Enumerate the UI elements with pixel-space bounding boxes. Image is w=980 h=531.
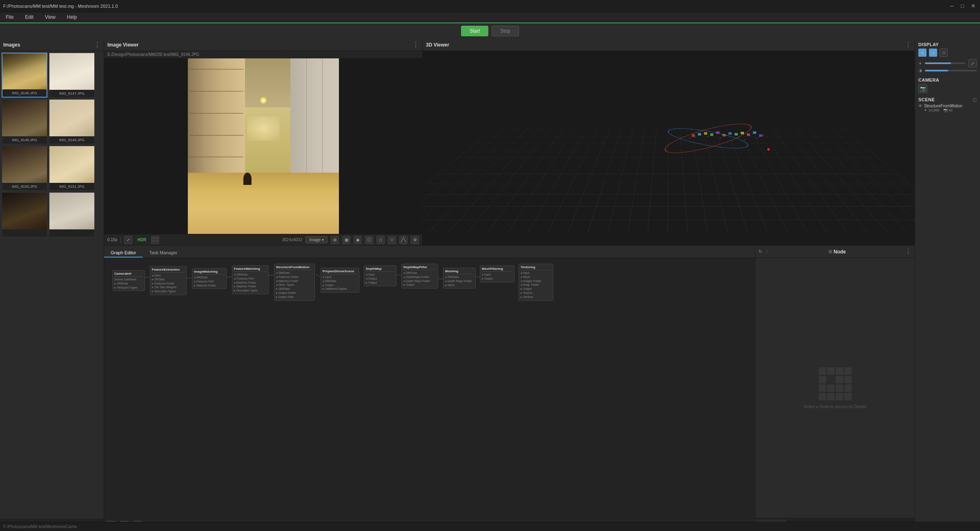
sliders-container: ☀ ⤢ ◑ — [918, 59, 977, 73]
slider1-expand-button[interactable]: ⤢ — [969, 59, 977, 67]
camera-capture-button[interactable]: 📷 — [918, 84, 927, 93]
node-fe-out4: ▸ Descriptor Types — [152, 289, 185, 293]
node-texturing[interactable]: Texturing ◂ Input ◂ Mesh ◂ Images Folder… — [519, 264, 553, 301]
svg-point-24 — [763, 135, 764, 136]
tab-task-manager[interactable]: Task Manager — [143, 249, 184, 258]
node-tex-title: Texturing — [521, 265, 551, 270]
node-panel-menu-button[interactable]: ⋮ — [905, 248, 911, 256]
fullscreen-button[interactable]: ⛶ — [151, 236, 159, 244]
settings-button[interactable]: ⚙ — [411, 236, 419, 244]
node-panel-header: ↻ ⋮ ⊞ Node ⋮ — [755, 246, 915, 258]
node-fm-out2: ▸ Descriptor Types — [234, 289, 267, 293]
image-viewer-menu-button[interactable]: ⋮ — [412, 41, 419, 49]
node-dmf-in2: ◂ DepthMaps Folder — [403, 275, 436, 279]
menu-view[interactable]: View — [42, 13, 58, 21]
node-tex-in2: ◂ Mesh — [521, 275, 551, 279]
display-grid-button[interactable]: ⊞ — [918, 49, 927, 57]
node-meshing[interactable]: Meshing ◂ SfMData ◂ Depth Maps Folder ▸ … — [443, 268, 476, 289]
fit-view-button[interactable]: ⤢ — [124, 236, 132, 244]
menu-edit[interactable]: Edit — [22, 13, 36, 21]
grid-button[interactable]: ⊞ — [331, 236, 339, 244]
np-cell-12 — [844, 384, 852, 392]
thumb-img-3 — [2, 100, 47, 136]
svg-rect-0 — [692, 134, 695, 137]
image-thumb-2[interactable]: IMG_8147.JPG — [49, 53, 95, 98]
histogram-button[interactable]: ▦ — [342, 236, 350, 244]
viewer-3d-canvas[interactable] — [423, 51, 915, 245]
image-thumb-4[interactable]: IMG_8149.JPG — [49, 99, 95, 144]
np-cell-15 — [836, 393, 843, 400]
images-panel: Images ⋮ IMG_8146.JPG — [0, 39, 104, 530]
image-viewer-canvas[interactable] — [104, 58, 422, 234]
image-thumb-7[interactable] — [2, 192, 47, 237]
image-thumb-3[interactable]: IMG_8148.JPG — [2, 99, 47, 144]
image-thumb-6[interactable]: IMG_8151.JPG — [49, 146, 95, 191]
node-depthmapfilter[interactable]: DepthMapFilter ◂ SfMData ◂ DepthMaps Fol… — [401, 264, 438, 289]
node-title-row: ⊞ Node — [829, 249, 846, 255]
node-placeholder-grid — [819, 367, 852, 400]
node-meshfiltering[interactable]: MeshFiltering ◂ Input ▸ Output — [480, 265, 514, 282]
node-fe-in: ◂ Input — [152, 273, 185, 278]
thumb-img-7 — [2, 193, 47, 229]
node-depthmap[interactable]: DepthMap ◂ Input ◂ Output ▸ Output — [364, 265, 396, 286]
node-panel-dots-button[interactable]: ⋮ — [765, 249, 769, 254]
grid-icon: ⊞ — [829, 249, 832, 254]
scene-info-icon[interactable]: ⓘ — [973, 98, 977, 103]
viewer-3d: 3D Viewer ⋮ — [423, 39, 915, 245]
start-button[interactable]: Start — [461, 26, 488, 36]
node-panel-title: Node — [834, 249, 846, 255]
viewer-3d-menu-button[interactable]: ⋮ — [905, 41, 911, 49]
svg-rect-7 — [735, 133, 738, 136]
display-camera-button[interactable]: ◎ — [929, 49, 937, 57]
image-thumb-5[interactable]: IMG_8150.JPG — [2, 146, 47, 191]
svg-rect-4 — [716, 131, 719, 134]
node-fe-out1: ▸ DPData — [152, 278, 185, 282]
graph-canvas[interactable]: CameraInit Sensor Database ▸ SfMData ▸ V… — [104, 258, 755, 519]
minimize-button[interactable]: ─ — [948, 2, 956, 10]
menu-help[interactable]: Help — [65, 13, 80, 21]
image-thumb-8[interactable] — [49, 192, 95, 237]
info-button[interactable]: ⓘ — [365, 236, 373, 244]
refresh-icon[interactable]: ↻ — [759, 249, 762, 254]
svg-point-13 — [695, 137, 695, 138]
overlay-button[interactable]: ╱╲ — [399, 236, 408, 244]
image-type-selector[interactable]: Image ▾ — [305, 236, 327, 243]
svg-rect-9 — [747, 133, 750, 136]
slider-1-track[interactable] — [925, 62, 965, 64]
vanishing-glow — [247, 116, 280, 141]
node-mesh-in2: ◂ Depth Maps Folder — [445, 279, 474, 283]
node-featurematching[interactable]: FeatureMatching ◂ SfMData ◂ Features Fil… — [232, 265, 269, 294]
stop-button[interactable]: Stop — [492, 26, 519, 36]
menu-file[interactable]: File — [3, 13, 16, 21]
node-fe-out2: ▸ Features Folder — [152, 282, 185, 286]
slider-row-2: ◑ — [918, 68, 977, 73]
image-viewer: Image Viewer ⋮ E:/Design/Photoscans/MM20… — [104, 39, 423, 245]
node-dmf-in3: ◂ Depth Maps Folder — [403, 279, 436, 283]
node-imagematching[interactable]: ImageMatching ◂ SfMData ◂ Features File*… — [192, 268, 227, 289]
node-fm-in1: ◂ SfMData — [234, 273, 267, 277]
toolbar-sep-1 — [120, 237, 121, 243]
node-featureextraction[interactable]: FeatureExtraction ◂ Input ▸ DPData ▸ Fea… — [150, 266, 187, 295]
crop-button[interactable]: ◻ — [376, 236, 385, 244]
node-mesh-title: Meshing — [445, 269, 474, 274]
node-structurefromotion[interactable]: StructureFromMotion ◂ SfMData ◂ Features… — [274, 264, 315, 301]
tab-graph-editor[interactable]: Graph Editor — [104, 249, 143, 258]
node-placeholder-text: Select a Node to access its Details — [804, 404, 866, 409]
light-fixture — [260, 97, 267, 104]
globe-button[interactable]: ◉ — [354, 236, 362, 244]
images-panel-title: Images — [3, 42, 20, 48]
scene-eye-icon[interactable]: 👁 — [918, 104, 922, 108]
node-preparedense[interactable]: PrepareDenseScene ◂ Input ◂ SfMData ▸ Ou… — [321, 268, 359, 293]
slider-2-track[interactable] — [925, 70, 977, 71]
node-camerainit[interactable]: CameraInit Sensor Database ▸ SfMData ▸ V… — [112, 270, 145, 291]
image-thumb-1[interactable]: IMG_8146.JPG — [2, 53, 47, 98]
close-button[interactable]: ✕ — [969, 2, 977, 10]
filter-button[interactable]: ▽ — [388, 236, 396, 244]
maximize-button[interactable]: □ — [959, 2, 966, 10]
np-cell-9 — [819, 384, 826, 392]
display-person-button[interactable]: ⚇ — [940, 49, 948, 57]
scene-item-stats: ✦ 10,865 📷 42 — [924, 108, 977, 112]
svg-rect-5 — [722, 134, 726, 136]
images-panel-menu-button[interactable]: ⋮ — [94, 41, 100, 49]
node-sfm-out3: ▸ Output Path — [276, 295, 313, 299]
